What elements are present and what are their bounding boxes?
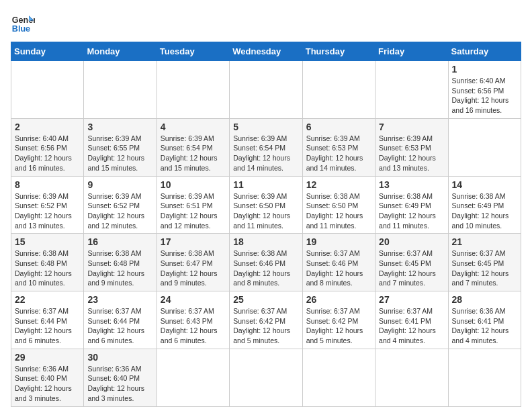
day-info: Sunrise: 6:39 AMSunset: 6:54 PMDaylight:… (233, 134, 298, 173)
empty-cell (230, 61, 302, 119)
day-info: Sunrise: 6:38 AMSunset: 6:46 PMDaylight:… (233, 248, 298, 288)
day-number: 15 (15, 236, 80, 247)
day-info: Sunrise: 6:37 AMSunset: 6:42 PMDaylight:… (233, 306, 298, 346)
day-info: Sunrise: 6:37 AMSunset: 6:44 PMDaylight:… (87, 306, 152, 346)
day-info: Sunrise: 6:39 AMSunset: 6:52 PMDaylight:… (87, 191, 152, 231)
calendar-day-cell: 11Sunrise: 6:39 AMSunset: 6:50 PMDayligh… (230, 176, 302, 234)
calendar-day-cell: 28Sunrise: 6:36 AMSunset: 6:41 PMDayligh… (448, 291, 521, 349)
day-number: 24 (161, 294, 226, 305)
day-number: 6 (306, 122, 371, 132)
calendar-day-cell: 29Sunrise: 6:36 AMSunset: 6:40 PMDayligh… (11, 349, 84, 406)
weekday-header-thursday: Thursday (302, 42, 375, 61)
day-number: 11 (233, 179, 298, 190)
day-info: Sunrise: 6:37 AMSunset: 6:45 PMDaylight:… (452, 248, 517, 288)
day-info: Sunrise: 6:39 AMSunset: 6:50 PMDaylight:… (233, 191, 298, 231)
calendar-day-cell: 25Sunrise: 6:37 AMSunset: 6:42 PMDayligh… (230, 291, 302, 349)
empty-cell (11, 61, 84, 119)
empty-cell (375, 61, 448, 119)
calendar-day-cell: 1Sunrise: 6:40 AMSunset: 6:56 PMDaylight… (448, 61, 521, 119)
calendar-day-cell: 12Sunrise: 6:38 AMSunset: 6:50 PMDayligh… (302, 176, 375, 234)
calendar-week-row: 8Sunrise: 6:39 AMSunset: 6:52 PMDaylight… (11, 176, 521, 234)
day-number: 29 (15, 352, 80, 363)
calendar-day-cell (302, 349, 375, 406)
calendar-day-cell: 18Sunrise: 6:38 AMSunset: 6:46 PMDayligh… (230, 234, 302, 291)
calendar-day-cell: 5Sunrise: 6:39 AMSunset: 6:54 PMDaylight… (230, 118, 302, 176)
calendar-day-cell: 22Sunrise: 6:37 AMSunset: 6:44 PMDayligh… (11, 291, 84, 349)
day-number: 19 (306, 236, 371, 247)
day-number: 10 (161, 179, 226, 190)
day-info: Sunrise: 6:39 AMSunset: 6:52 PMDaylight:… (15, 191, 80, 231)
calendar-day-cell (448, 349, 521, 406)
day-info: Sunrise: 6:40 AMSunset: 6:56 PMDaylight:… (15, 134, 80, 173)
calendar-week-row: 29Sunrise: 6:36 AMSunset: 6:40 PMDayligh… (11, 349, 521, 406)
calendar-day-cell: 8Sunrise: 6:39 AMSunset: 6:52 PMDaylight… (11, 176, 84, 234)
day-number: 7 (379, 122, 444, 132)
day-info: Sunrise: 6:39 AMSunset: 6:53 PMDaylight:… (379, 134, 444, 173)
day-number: 23 (87, 294, 152, 305)
calendar-day-cell: 7Sunrise: 6:39 AMSunset: 6:53 PMDaylight… (375, 118, 448, 176)
day-info: Sunrise: 6:37 AMSunset: 6:43 PMDaylight:… (161, 306, 226, 346)
day-number: 1 (452, 64, 517, 75)
day-number: 22 (15, 294, 80, 305)
day-info: Sunrise: 6:38 AMSunset: 6:47 PMDaylight:… (161, 248, 226, 288)
day-info: Sunrise: 6:38 AMSunset: 6:49 PMDaylight:… (379, 191, 444, 231)
calendar-day-cell: 3Sunrise: 6:39 AMSunset: 6:55 PMDaylight… (84, 118, 157, 176)
day-number: 4 (161, 122, 226, 132)
day-info: Sunrise: 6:37 AMSunset: 6:41 PMDaylight:… (379, 306, 444, 346)
weekday-header-friday: Friday (375, 42, 448, 61)
day-info: Sunrise: 6:38 AMSunset: 6:48 PMDaylight:… (15, 248, 80, 288)
calendar-day-cell: 6Sunrise: 6:39 AMSunset: 6:53 PMDaylight… (302, 118, 375, 176)
day-info: Sunrise: 6:36 AMSunset: 6:40 PMDaylight:… (87, 364, 152, 404)
day-info: Sunrise: 6:39 AMSunset: 6:53 PMDaylight:… (306, 134, 371, 173)
day-number: 26 (306, 294, 371, 305)
calendar-day-cell: 27Sunrise: 6:37 AMSunset: 6:41 PMDayligh… (375, 291, 448, 349)
day-info: Sunrise: 6:37 AMSunset: 6:45 PMDaylight:… (379, 248, 444, 288)
calendar-day-cell: 10Sunrise: 6:39 AMSunset: 6:51 PMDayligh… (157, 176, 229, 234)
day-info: Sunrise: 6:36 AMSunset: 6:41 PMDaylight:… (452, 306, 517, 346)
svg-text:Blue: Blue (12, 24, 30, 34)
day-number: 18 (233, 236, 298, 247)
calendar-day-cell: 26Sunrise: 6:37 AMSunset: 6:42 PMDayligh… (302, 291, 375, 349)
weekday-header-wednesday: Wednesday (230, 42, 302, 61)
calendar-day-cell: 16Sunrise: 6:38 AMSunset: 6:48 PMDayligh… (84, 234, 157, 291)
day-number: 14 (452, 179, 517, 190)
weekday-header-row: SundayMondayTuesdayWednesdayThursdayFrid… (11, 42, 521, 61)
calendar-day-cell: 20Sunrise: 6:37 AMSunset: 6:45 PMDayligh… (375, 234, 448, 291)
calendar-day-cell: 4Sunrise: 6:39 AMSunset: 6:54 PMDaylight… (157, 118, 229, 176)
day-number: 13 (379, 179, 444, 190)
day-number: 21 (452, 236, 517, 247)
day-number: 30 (87, 352, 152, 363)
calendar-day-cell: 13Sunrise: 6:38 AMSunset: 6:49 PMDayligh… (375, 176, 448, 234)
calendar-day-cell (157, 349, 229, 406)
day-info: Sunrise: 6:39 AMSunset: 6:54 PMDaylight:… (161, 134, 226, 173)
calendar-week-row: 1Sunrise: 6:40 AMSunset: 6:56 PMDaylight… (11, 61, 521, 119)
day-info: Sunrise: 6:38 AMSunset: 6:49 PMDaylight:… (452, 191, 517, 231)
calendar-day-cell: 9Sunrise: 6:39 AMSunset: 6:52 PMDaylight… (84, 176, 157, 234)
empty-cell (84, 61, 157, 119)
day-info: Sunrise: 6:38 AMSunset: 6:48 PMDaylight:… (87, 248, 152, 288)
day-info: Sunrise: 6:37 AMSunset: 6:42 PMDaylight:… (306, 306, 371, 346)
day-number: 3 (87, 122, 152, 132)
empty-cell (302, 61, 375, 119)
weekday-header-monday: Monday (84, 42, 157, 61)
calendar-table: SundayMondayTuesdayWednesdayThursdayFrid… (11, 42, 521, 407)
calendar-day-cell: 17Sunrise: 6:38 AMSunset: 6:47 PMDayligh… (157, 234, 229, 291)
calendar-week-row: 15Sunrise: 6:38 AMSunset: 6:48 PMDayligh… (11, 234, 521, 291)
day-number: 9 (87, 179, 152, 190)
calendar-day-cell (375, 349, 448, 406)
calendar-day-cell: 24Sunrise: 6:37 AMSunset: 6:43 PMDayligh… (157, 291, 229, 349)
calendar-day-cell: 23Sunrise: 6:37 AMSunset: 6:44 PMDayligh… (84, 291, 157, 349)
day-number: 28 (452, 294, 517, 305)
day-info: Sunrise: 6:39 AMSunset: 6:55 PMDaylight:… (87, 134, 152, 173)
weekday-header-sunday: Sunday (11, 42, 84, 61)
day-number: 20 (379, 236, 444, 247)
day-number: 2 (15, 122, 80, 132)
calendar-day-cell: 2Sunrise: 6:40 AMSunset: 6:56 PMDaylight… (11, 118, 84, 176)
weekday-header-saturday: Saturday (448, 42, 521, 61)
logo-icon: General Blue (11, 11, 35, 35)
day-info: Sunrise: 6:40 AMSunset: 6:56 PMDaylight:… (452, 76, 517, 116)
day-info: Sunrise: 6:39 AMSunset: 6:51 PMDaylight:… (161, 191, 226, 231)
calendar-day-cell: 30Sunrise: 6:36 AMSunset: 6:40 PMDayligh… (84, 349, 157, 406)
calendar-day-cell: 19Sunrise: 6:37 AMSunset: 6:46 PMDayligh… (302, 234, 375, 291)
empty-cell (157, 61, 229, 119)
